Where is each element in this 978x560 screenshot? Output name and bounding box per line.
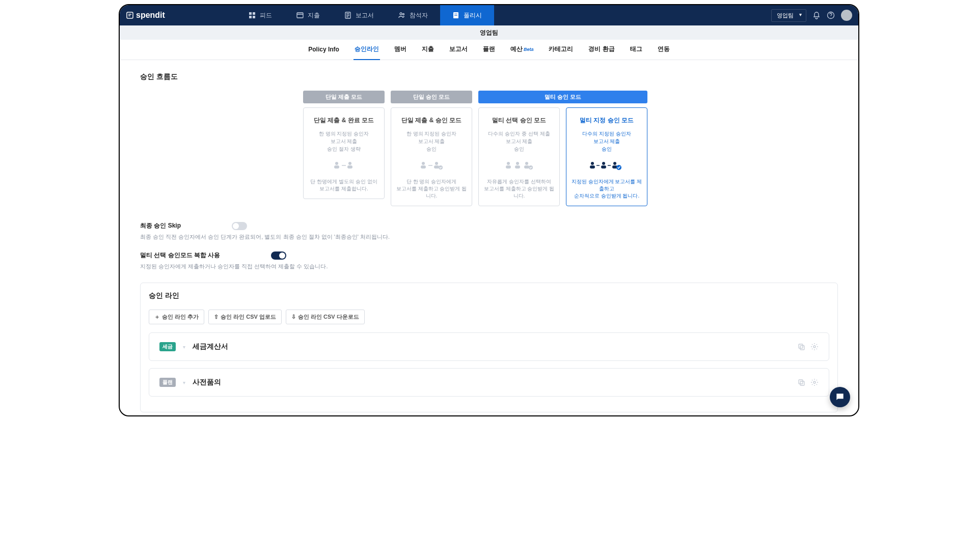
nav-report[interactable]: 보고서 (332, 5, 386, 25)
card2-foot: 단 한 명의 승인자에게 보고서를 제출하고 승인받게 됩니다. (395, 178, 468, 200)
card3-lines: 다수의 승인자 중 선택 제출 보고서 제출 승인 (483, 130, 555, 153)
brand-logo[interactable]: spendit (126, 11, 165, 20)
card4-title: 멀티 지정 승인 모드 (570, 116, 643, 125)
svg-rect-10 (454, 14, 457, 14)
plus-icon: ＋ (154, 313, 160, 321)
feed-icon (249, 12, 256, 19)
tab-plan[interactable]: 플랜 (482, 40, 496, 60)
bell-icon[interactable] (812, 11, 821, 19)
tab-budget[interactable]: 예산Beta (509, 40, 535, 60)
expense-icon (296, 12, 304, 19)
beta-badge: Beta (524, 47, 534, 52)
svg-point-38 (813, 346, 816, 348)
gear-icon[interactable] (810, 343, 819, 351)
card1-lines: 한 명의 지정된 승인자 보고서 제출 승인 절차 생략 (308, 130, 380, 153)
card2-lines: 한 명의 지정된 승인자 보고서 제출 승인 (395, 130, 468, 153)
setting-multi: 멀티 선택 승인모드 복합 사용 지정된 승인자에게 제출하거나 승인자를 직접… (140, 251, 838, 270)
nav-attendee[interactable]: 참석자 (386, 5, 440, 25)
tab-report[interactable]: 보고서 (448, 40, 469, 60)
mode-row: 단일 제출 모드 단일 제출 & 완료 모드 한 명의 지정된 승인자 보고서 … (303, 91, 838, 206)
help-icon[interactable] (827, 11, 835, 19)
svg-point-7 (400, 13, 402, 15)
approval-line-item-2[interactable]: 플랜 ▾ 사전품의 (149, 368, 829, 397)
gear-icon[interactable] (810, 378, 819, 386)
mode-card-multi-select[interactable]: 멀티 선택 승인 모드 다수의 승인자 중 선택 제출 보고서 제출 승인 자유… (478, 107, 560, 206)
download-icon: ⇩ (291, 314, 296, 320)
flow-title: 승인 흐름도 (140, 72, 838, 81)
tab-expense[interactable]: 지출 (421, 40, 435, 60)
copy-icon[interactable] (797, 343, 805, 351)
tab-refund[interactable]: 경비 환급 (587, 40, 615, 60)
csv-download-button[interactable]: ⇩승인 라인 CSV 다운로드 (286, 310, 365, 324)
svg-point-28 (529, 165, 533, 170)
line1-name: 세금계산서 (193, 342, 228, 351)
tab-member[interactable]: 멤버 (393, 40, 408, 60)
top-bar: spendit 피드 지출 보고서 참석자 폴리시 (120, 5, 858, 25)
subheader-title: 영업팀 (480, 29, 498, 37)
line1-badge: 세금 (159, 342, 176, 351)
card4-figure-icon (570, 159, 643, 172)
tab-category[interactable]: 카테고리 (548, 40, 574, 60)
mode-col-single-submit: 단일 제출 모드 단일 제출 & 완료 모드 한 명의 지정된 승인자 보고서 … (303, 91, 385, 206)
approval-line-panel: 승인 라인 ＋승인 라인 추가 ⇧승인 라인 CSV 업로드 ⇩승인 라인 CS… (140, 283, 838, 412)
svg-rect-32 (601, 165, 606, 169)
avatar[interactable] (841, 10, 852, 21)
skip-label: 최종 승인 Skip (140, 221, 181, 230)
nav-policy[interactable]: 폴리시 (440, 5, 494, 25)
svg-point-15 (348, 162, 351, 165)
svg-point-31 (602, 162, 605, 165)
nav-expense[interactable]: 지출 (284, 5, 332, 25)
mode-header-multi-approve: 멀티 승인 모드 (478, 91, 647, 103)
tab-tag[interactable]: 태그 (629, 40, 643, 60)
approval-line-item-1[interactable]: 세금 ▾ 세금계산서 (149, 332, 829, 361)
svg-rect-18 (421, 165, 426, 169)
mode-col-single-approve: 단일 승인 모드 단일 제출 & 승인 모드 한 명의 지정된 승인자 보고서 … (391, 91, 472, 206)
policy-tabs: Policy Info 승인라인 멤버 지출 보고서 플랜 예산Beta 카테고… (120, 40, 858, 60)
subheader: 영업팀 (120, 25, 858, 40)
tab-policy-info[interactable]: Policy Info (307, 40, 340, 60)
tab-approval-line[interactable]: 승인라인 (354, 40, 380, 60)
svg-rect-14 (334, 165, 339, 169)
nav-attendee-label: 참석자 (410, 11, 428, 20)
svg-point-24 (516, 162, 519, 165)
copy-icon[interactable] (797, 378, 805, 386)
svg-point-8 (402, 14, 404, 15)
card3-foot: 자유롭게 승인자를 선택하여 보고서를 제출하고 승인받게 됩니다. (483, 178, 555, 200)
skip-desc: 최종 승인 직전 승인자에서 승인 단계가 완료되어, 별도의 최종 승인 절차… (140, 233, 838, 241)
svg-point-19 (435, 162, 438, 165)
add-line-button[interactable]: ＋승인 라인 추가 (149, 310, 204, 324)
nav-policy-label: 폴리시 (464, 11, 482, 20)
card2-figure-icon (395, 159, 468, 172)
content-area: 승인 흐름도 단일 제출 모드 단일 제출 & 완료 모드 한 명의 지정된 승… (120, 60, 858, 415)
nav-feed[interactable]: 피드 (236, 5, 284, 25)
mode-card-single-approve[interactable]: 단일 제출 & 승인 모드 한 명의 지정된 승인자 보고서 제출 승인 단 한… (391, 107, 472, 206)
multi-toggle[interactable] (271, 251, 286, 260)
svg-rect-27 (524, 165, 529, 169)
svg-rect-37 (800, 346, 804, 350)
svg-rect-36 (799, 344, 803, 348)
multi-desc: 지정된 승인자에게 제출하거나 승인자를 직접 선택하여 제출할 수 있습니다. (140, 263, 838, 270)
card1-foot: 단 한명에게 별도의 승인 없이 보고서를 제출합니다. (308, 178, 380, 192)
mode-card-multi-assign[interactable]: 멀티 지정 승인 모드 다수의 지정된 승인자 보고서 제출 승인 지정된 승인… (566, 107, 647, 206)
setting-skip: 최종 승인 Skip 최종 승인 직전 승인자에서 승인 단계가 완료되어, 별… (140, 221, 838, 241)
team-select-value: 영업팀 (777, 12, 794, 18)
svg-rect-1 (249, 12, 252, 15)
csv-upload-button[interactable]: ⇧승인 라인 CSV 업로드 (208, 310, 282, 324)
chat-icon (835, 392, 845, 402)
card1-figure-icon (308, 159, 380, 172)
mode-card-single-complete[interactable]: 단일 제출 & 완료 모드 한 명의 지정된 승인자 보고서 제출 승인 절차 … (303, 107, 385, 199)
card1-title: 단일 제출 & 완료 모드 (308, 116, 380, 125)
svg-point-21 (439, 165, 443, 170)
svg-rect-40 (800, 381, 804, 385)
svg-point-41 (813, 381, 816, 383)
tab-integration[interactable]: 연동 (657, 40, 671, 60)
mode-col-multi-approve: 멀티 승인 모드 멀티 선택 승인 모드 다수의 승인자 중 선택 제출 보고서… (478, 91, 647, 206)
chat-launcher[interactable] (830, 387, 850, 407)
line2-actions (797, 378, 819, 386)
card3-figure-icon (483, 159, 555, 172)
team-select[interactable]: 영업팀 (771, 9, 806, 22)
line1-actions (797, 343, 819, 351)
mode-header-single-submit: 단일 제출 모드 (303, 91, 385, 103)
skip-toggle[interactable] (232, 222, 247, 230)
line2-badge: 플랜 (159, 378, 176, 387)
